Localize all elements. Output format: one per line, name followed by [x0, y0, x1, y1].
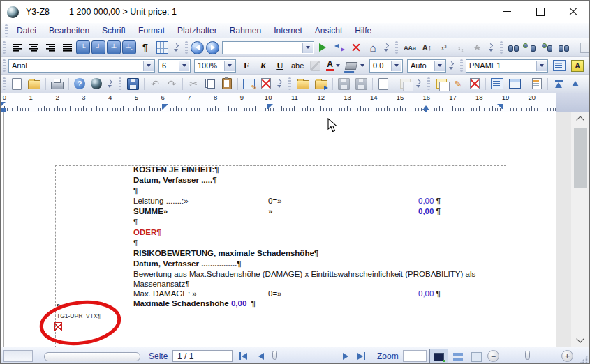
- horizontal-ruler[interactable]: 01234567891011121314151617181920: [1, 93, 556, 113]
- page-slider-thumb[interactable]: [272, 351, 277, 360]
- highlight-style-button[interactable]: A: [569, 59, 586, 73]
- replace-button[interactable]: [578, 40, 590, 55]
- vertical-scrollbar[interactable]: [571, 112, 589, 347]
- zoom-field[interactable]: [403, 350, 427, 362]
- swap-fields-button[interactable]: [332, 40, 347, 55]
- open-project-button[interactable]: [295, 77, 311, 91]
- menu-item[interactable]: Rahmen: [223, 24, 267, 37]
- delete-frame-button[interactable]: [467, 77, 482, 91]
- paste-button[interactable]: [219, 77, 235, 91]
- zoom-slider-track[interactable]: [503, 356, 559, 356]
- help-button[interactable]: ?: [72, 77, 87, 91]
- dropdown-button[interactable]: [224, 61, 235, 71]
- strikethrough-button[interactable]: abe: [289, 59, 306, 73]
- undo-button[interactable]: ↶: [147, 77, 163, 91]
- scroll-up-button[interactable]: [571, 112, 589, 126]
- properties-button[interactable]: [489, 77, 506, 91]
- open-button[interactable]: [26, 77, 43, 91]
- menu-item[interactable]: Ansicht: [309, 24, 348, 37]
- page-slider-track[interactable]: [272, 356, 336, 356]
- dropdown-button[interactable]: [143, 61, 154, 71]
- left-indent-marker[interactable]: [1, 108, 6, 112]
- first-line-indent-marker[interactable]: [1, 102, 6, 106]
- font-name-combo[interactable]: Arial: [8, 59, 155, 73]
- export-button[interactable]: [397, 77, 413, 91]
- toolbar-grip[interactable]: [500, 41, 503, 54]
- toolbar-grip[interactable]: [5, 24, 8, 37]
- dropdown-button[interactable]: [536, 61, 547, 71]
- close-button[interactable]: [556, 1, 589, 22]
- previous-page-button[interactable]: [253, 349, 268, 363]
- tab-stop-marker[interactable]: [497, 104, 503, 110]
- run-button[interactable]: [315, 40, 330, 55]
- toolbar-grip[interactable]: [3, 59, 6, 72]
- search-previous-button[interactable]: [523, 40, 538, 55]
- toolbar-grip[interactable]: [3, 77, 6, 90]
- change-case-button[interactable]: AAa: [401, 40, 418, 55]
- import-button[interactable]: [313, 77, 330, 91]
- scroll-down-button[interactable]: [571, 333, 589, 347]
- search-next-button[interactable]: [540, 40, 555, 55]
- tab-right-button[interactable]: ┘: [91, 40, 105, 54]
- page-number-box[interactable]: 1 / 1: [172, 350, 233, 362]
- stop-button[interactable]: [348, 40, 364, 55]
- underline-button[interactable]: U: [272, 59, 288, 73]
- format-painter-button[interactable]: [307, 59, 323, 73]
- style-list-button[interactable]: [551, 59, 568, 73]
- menu-item[interactable]: Internet: [267, 24, 309, 37]
- tab-left-button[interactable]: └: [76, 40, 90, 54]
- color-mode-combo[interactable]: Auto: [407, 59, 446, 73]
- highlight-color-button[interactable]: [344, 59, 367, 73]
- menu-item[interactable]: Schrift: [96, 24, 132, 37]
- report-button[interactable]: [529, 77, 545, 91]
- zoom-out-button[interactable]: −: [487, 350, 499, 362]
- next-page-button[interactable]: [338, 349, 353, 363]
- align-right-button[interactable]: [43, 40, 58, 55]
- dropdown-button[interactable]: [434, 61, 445, 71]
- save-all-button[interactable]: [336, 77, 352, 91]
- toolbar-options-chevron[interactable]: [172, 40, 180, 54]
- tab-stop-marker[interactable]: [267, 104, 273, 110]
- align-center-button[interactable]: [26, 40, 41, 55]
- view-mode-normal-button[interactable]: [429, 349, 448, 364]
- go-next-button[interactable]: [584, 77, 590, 91]
- menu-item[interactable]: Bearbeiten: [43, 24, 96, 37]
- menu-item[interactable]: Hilfe: [348, 24, 378, 37]
- browse-forward-button[interactable]: [206, 41, 219, 54]
- copy-frame-button[interactable]: [434, 77, 449, 91]
- go-first-button[interactable]: [551, 77, 566, 91]
- toolbar-grip[interactable]: [427, 77, 430, 90]
- maximize-button[interactable]: [524, 1, 556, 22]
- zoom-combo[interactable]: 100%: [194, 59, 236, 73]
- strike-style-button[interactable]: A: [470, 40, 485, 55]
- resize-grip[interactable]: [579, 355, 588, 364]
- edit-frame-button[interactable]: ✎: [450, 77, 466, 91]
- toolbar-grip[interactable]: [119, 77, 121, 90]
- new-document-button[interactable]: [9, 77, 24, 91]
- zoom-in-button[interactable]: +: [561, 350, 573, 362]
- minimize-button[interactable]: [491, 1, 524, 22]
- dropdown-button[interactable]: [302, 43, 313, 53]
- align-left-button[interactable]: [9, 40, 24, 55]
- toolbar-options-chevron[interactable]: [587, 59, 590, 73]
- tab-decimal-button[interactable]: ┴.: [122, 40, 136, 54]
- dropdown-button[interactable]: [179, 61, 189, 71]
- paragraph-style-combo[interactable]: PNAME1: [466, 59, 548, 73]
- font-size-button[interactable]: A↕: [420, 40, 435, 55]
- menu-item[interactable]: Platzhalter: [171, 24, 223, 37]
- dropdown-button[interactable]: [391, 61, 401, 71]
- toolbar-options-chevron[interactable]: [275, 77, 283, 91]
- toolbar-grip[interactable]: [395, 41, 398, 54]
- tab-stop-marker[interactable]: [162, 104, 168, 110]
- home-button[interactable]: ⌂: [365, 40, 381, 55]
- cut-button[interactable]: ✂: [186, 77, 201, 91]
- toolbar-grip[interactable]: [185, 41, 188, 54]
- last-page-button[interactable]: [354, 349, 369, 363]
- search-again-button[interactable]: [556, 40, 572, 55]
- save-copy-button[interactable]: [353, 77, 369, 91]
- menu-item[interactable]: Format: [132, 24, 171, 37]
- save-button[interactable]: [125, 77, 141, 91]
- zoom-slider-thumb[interactable]: [525, 351, 530, 360]
- view-mode-split-button[interactable]: [448, 349, 467, 364]
- toolbar-options-chevron[interactable]: [414, 77, 422, 91]
